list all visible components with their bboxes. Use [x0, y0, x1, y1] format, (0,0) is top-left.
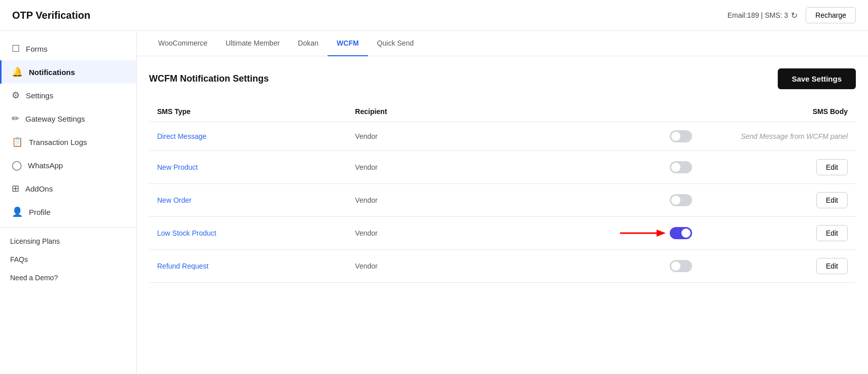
stats-text: Email:189 | SMS: 3	[728, 11, 788, 19]
sidebar-link-faqs[interactable]: FAQs	[0, 250, 136, 269]
header-stats: Email:189 | SMS: 3 ↻	[728, 11, 798, 20]
header-right: Email:189 | SMS: 3 ↻ Recharge	[728, 7, 856, 23]
sidebar: ☐Forms🔔Notifications⚙Settings✏Gateway Se…	[0, 31, 137, 374]
col-header-recipient: Recipient	[347, 101, 502, 122]
sidebar-link-need-a-demo[interactable]: Need a Demo?	[0, 269, 136, 287]
recipient-new-order: Vendor	[355, 196, 377, 204]
main-content: WooCommerceUltimate MemberDokanWCFMQuick…	[137, 31, 868, 374]
sidebar-label-forms: Forms	[26, 45, 48, 53]
col-header-sms-type: SMS Type	[149, 101, 347, 122]
sms-type-link-refund-request[interactable]: Refund Request	[157, 262, 208, 270]
toggle-direct-message[interactable]	[670, 130, 692, 142]
toggle-wrapper-new-product	[511, 161, 692, 173]
section-title: WCFM Notification Settings	[149, 73, 269, 84]
gateway-settings-icon: ✏	[12, 113, 19, 124]
sidebar-label-addons: AddOns	[25, 184, 53, 193]
sidebar-item-whatsapp[interactable]: ◯WhatsApp	[0, 154, 136, 177]
sidebar-item-notifications[interactable]: 🔔Notifications	[0, 60, 136, 84]
red-arrow-annotation	[620, 227, 666, 239]
toggle-low-stock-product[interactable]	[670, 227, 692, 239]
header: OTP Verification Email:189 | SMS: 3 ↻ Re…	[0, 0, 868, 31]
profile-icon: 👤	[12, 206, 23, 217]
save-settings-button[interactable]: Save Settings	[778, 68, 856, 89]
toggle-wrapper-direct-message	[511, 130, 692, 142]
sms-body-direct-message: Send Message from WCFM panel	[741, 132, 848, 140]
sms-type-link-new-product[interactable]: New Product	[157, 163, 198, 171]
toggle-new-product[interactable]	[670, 161, 692, 173]
recipient-refund-request: Vendor	[355, 262, 377, 270]
sidebar-label-notifications: Notifications	[29, 68, 75, 77]
toggle-wrapper-new-order	[511, 194, 692, 206]
sidebar-item-gateway-settings[interactable]: ✏Gateway Settings	[0, 107, 136, 130]
toggle-refund-request[interactable]	[670, 260, 692, 272]
whatsapp-icon: ◯	[12, 160, 22, 171]
sidebar-label-transaction-logs: Transaction Logs	[29, 138, 87, 146]
sidebar-label-whatsapp: WhatsApp	[28, 161, 63, 170]
col-header-sms-body: SMS Body	[700, 101, 856, 122]
refresh-icon[interactable]: ↻	[791, 11, 798, 20]
tab-woocommerce[interactable]: WooCommerce	[149, 31, 216, 56]
sms-type-link-new-order[interactable]: New Order	[157, 196, 192, 204]
table-row: Low Stock ProductVendor Edit	[149, 217, 856, 250]
section-header: WCFM Notification Settings Save Settings	[149, 68, 856, 89]
sidebar-item-settings[interactable]: ⚙Settings	[0, 84, 136, 107]
recipient-low-stock-product: Vendor	[355, 229, 377, 237]
edit-button-low-stock-product[interactable]: Edit	[816, 225, 848, 241]
toggle-wrapper-low-stock-product	[511, 227, 692, 239]
notifications-table: SMS Type Recipient SMS Body Direct Messa…	[149, 101, 856, 283]
sms-type-link-low-stock-product[interactable]: Low Stock Product	[157, 229, 216, 237]
sidebar-label-settings: Settings	[26, 91, 53, 100]
table-row: Direct MessageVendorSend Message from WC…	[149, 122, 856, 151]
notifications-icon: 🔔	[12, 66, 23, 78]
sidebar-item-transaction-logs[interactable]: 📋Transaction Logs	[0, 130, 136, 154]
toggle-wrapper-refund-request	[511, 260, 692, 272]
app-title: OTP Verification	[12, 10, 90, 21]
sidebar-link-licensing-plans[interactable]: Licensing Plans	[0, 232, 136, 250]
tab-dokan[interactable]: Dokan	[289, 31, 328, 56]
addons-icon: ⊞	[12, 183, 19, 194]
table-row: New ProductVendorEdit	[149, 151, 856, 184]
toggle-new-order[interactable]	[670, 194, 692, 206]
tabs-bar: WooCommerceUltimate MemberDokanWCFMQuick…	[137, 31, 868, 56]
recipient-new-product: Vendor	[355, 163, 377, 171]
recipient-direct-message: Vendor	[355, 132, 377, 140]
table-row: Refund RequestVendorEdit	[149, 250, 856, 283]
table-header-row: SMS Type Recipient SMS Body	[149, 101, 856, 122]
tab-wcfm[interactable]: WCFM	[328, 31, 368, 56]
tab-quick-send[interactable]: Quick Send	[368, 31, 423, 56]
sidebar-label-profile: Profile	[29, 208, 51, 216]
layout: ☐Forms🔔Notifications⚙Settings✏Gateway Se…	[0, 31, 868, 374]
edit-button-new-order[interactable]: Edit	[816, 192, 848, 208]
sidebar-item-forms[interactable]: ☐Forms	[0, 37, 136, 60]
tab-ultimate-member[interactable]: Ultimate Member	[216, 31, 289, 56]
settings-icon: ⚙	[12, 90, 20, 101]
svg-marker-1	[657, 230, 666, 237]
forms-icon: ☐	[12, 43, 20, 54]
col-header-toggle	[502, 101, 700, 122]
sms-type-link-direct-message[interactable]: Direct Message	[157, 132, 206, 140]
edit-button-new-product[interactable]: Edit	[816, 159, 848, 175]
recharge-button[interactable]: Recharge	[806, 7, 856, 23]
sidebar-item-profile[interactable]: 👤Profile	[0, 200, 136, 223]
sidebar-label-gateway-settings: Gateway Settings	[25, 115, 85, 123]
sidebar-item-addons[interactable]: ⊞AddOns	[0, 177, 136, 200]
sidebar-divider	[0, 228, 136, 228]
edit-button-refund-request[interactable]: Edit	[816, 258, 848, 274]
table-row: New OrderVendorEdit	[149, 184, 856, 217]
content-area: WCFM Notification Settings Save Settings…	[137, 56, 868, 295]
transaction-logs-icon: 📋	[12, 136, 23, 147]
